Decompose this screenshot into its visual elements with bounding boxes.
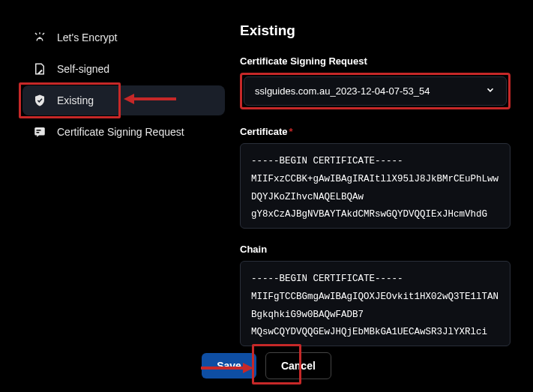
document-edit-icon (33, 62, 46, 76)
highlight-csr: sslguides.com.au_2023-12-04-07-53_54 (240, 73, 511, 109)
svg-point-0 (39, 37, 41, 39)
main-panel: Existing Certificate Signing Request ssl… (225, 22, 511, 345)
sidebar: Let's Encrypt Self-signed Existing (22, 22, 225, 345)
sidebar-item-label: Self-signed (57, 63, 109, 75)
certificate-label: Certificate* (240, 126, 511, 137)
sidebar-item-label: Let's Encrypt (57, 31, 118, 43)
page-title: Existing (240, 22, 511, 39)
sidebar-item-csr[interactable]: Certificate Signing Request (22, 117, 225, 147)
svg-rect-2 (37, 130, 41, 131)
svg-rect-1 (34, 127, 45, 136)
footer: Save Cancel (0, 340, 533, 392)
chain-label: Chain (240, 244, 511, 255)
certificate-textarea[interactable]: -----BEGIN CERTIFICATE----- MIIFxzCCBK+g… (240, 143, 511, 229)
sidebar-item-label: Existing (57, 94, 94, 106)
shield-check-icon (33, 94, 46, 107)
svg-rect-3 (37, 132, 40, 133)
chain-textarea[interactable]: -----BEGIN CERTIFICATE----- MIIFgTCCBGmg… (240, 261, 511, 346)
sidebar-item-label: Certificate Signing Request (57, 126, 184, 138)
csr-label: Certificate Signing Request (240, 55, 511, 67)
alert-light-icon (33, 31, 46, 44)
csr-select-value: sslguides.com.au_2023-12-04-07-53_54 (255, 85, 430, 97)
sidebar-item-self-signed[interactable]: Self-signed (22, 54, 225, 84)
chevron-down-icon (485, 85, 496, 97)
save-button[interactable]: Save (202, 353, 256, 379)
sidebar-item-lets-encrypt[interactable]: Let's Encrypt (22, 22, 225, 52)
csr-select[interactable]: sslguides.com.au_2023-12-04-07-53_54 (244, 76, 507, 106)
chat-square-icon (33, 125, 46, 139)
sidebar-item-existing[interactable]: Existing (22, 85, 225, 115)
cancel-button[interactable]: Cancel (265, 352, 331, 379)
